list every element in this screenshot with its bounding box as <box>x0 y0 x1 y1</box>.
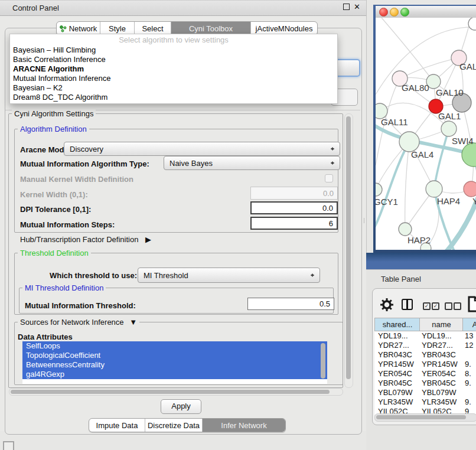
network-window-titlebar[interactable] <box>376 6 476 18</box>
table-cell: 13 <box>465 331 473 340</box>
screen: Control Panel ✕ NetworkStyleSelectCyni T… <box>0 0 476 450</box>
gear-icon[interactable] <box>380 298 393 311</box>
close-window-icon[interactable] <box>379 8 388 17</box>
expand-right-icon: ▶ <box>145 235 151 244</box>
settings-scrollbar-thumb[interactable] <box>346 116 351 379</box>
tab-discretize-data[interactable]: Discretize Data <box>145 419 203 432</box>
select-all-checks-icon[interactable]: ✓ <box>423 302 431 310</box>
table-cell: YDR27... <box>422 341 453 350</box>
which-threshold-combo[interactable]: MI Threshold <box>138 268 320 283</box>
hub-definition-expander[interactable]: Hub/Transcription Factor Definition ▶ <box>20 235 151 244</box>
data-attribute-item[interactable]: BetweennessCentrality <box>22 360 327 370</box>
table-row[interactable]: YLR345WYLR345W9. <box>374 397 476 406</box>
dropdown-items: Bayesian – Hill ClimbingBasic Correlatio… <box>10 45 337 102</box>
tab-impute-data[interactable]: Impute Data <box>89 419 145 432</box>
control-panel-titlebar[interactable]: Control Panel ✕ <box>0 0 366 16</box>
settings-hscrollbar-thumb[interactable] <box>11 390 330 394</box>
network-node[interactable] <box>399 132 419 152</box>
minimized-panel-icon[interactable] <box>3 441 14 450</box>
tab-style[interactable]: Style <box>100 22 135 35</box>
which-threshold-label: Which threshold to use: <box>50 271 137 280</box>
data-attribute-item[interactable]: TopologicalCoefficient <box>22 351 327 360</box>
mi-algorithm-type-combo[interactable]: Naive Bayes <box>164 156 340 170</box>
desktop-background <box>366 253 476 269</box>
algorithm-option-bayesian-k2[interactable]: Bayesian – K2 <box>10 83 337 93</box>
tab-infer-network[interactable]: Infer Network <box>203 419 285 432</box>
select-all-checks-icon[interactable]: ✓ <box>432 302 439 310</box>
column-header-shared-name[interactable]: shared... <box>374 318 420 331</box>
network-node[interactable] <box>468 18 476 30</box>
algorithm-option-basic-correlation-inference[interactable]: Basic Correlation Inference <box>10 55 337 64</box>
node-label: HAP4 <box>437 196 460 206</box>
attributes-scrollbar-thumb[interactable] <box>321 343 325 379</box>
window-buttons: ✕ <box>343 3 360 11</box>
manual-kernel-width-label: Manual Kernel Width Definition <box>20 175 133 184</box>
apply-button[interactable]: Apply <box>161 399 201 414</box>
aracne-mode-combo[interactable]: Discovery <box>64 142 340 156</box>
network-view-window: GALGAL80GAL10GAL1GAL11SWI4GAL4GCY1HAP4YH… <box>373 5 476 253</box>
column-header-name[interactable]: name <box>419 318 464 331</box>
settings-vertical-scrollbar[interactable] <box>344 113 353 388</box>
table-row[interactable]: YER054CYER054C8. <box>374 369 476 378</box>
control-panel-title: Control Panel <box>12 4 59 12</box>
data-attributes-list[interactable]: SelfLoopsTopologicalCoefficientBetweenne… <box>22 341 327 384</box>
column-header-clipped[interactable]: A <box>462 318 476 331</box>
network-node[interactable] <box>464 181 476 197</box>
network-node[interactable] <box>462 143 476 167</box>
threshold-definition-title: Threshold Definition <box>18 249 91 257</box>
algorithm-option-aracne-algorithm[interactable]: ARACNE Algorithm <box>10 64 337 74</box>
tab-network[interactable]: Network <box>57 22 100 35</box>
network-node[interactable] <box>399 223 412 236</box>
algorithm-option-bayesian-hill-climbing[interactable]: Bayesian – Hill Climbing <box>10 45 337 55</box>
table-cell: 9. <box>465 379 471 387</box>
table-cell: YBR043C <box>422 350 456 359</box>
network-canvas[interactable]: GALGAL80GAL10GAL1GAL11SWI4GAL4GCY1HAP4YH… <box>376 18 476 250</box>
tab-jactivemnodules[interactable]: jActiveMNodules <box>251 22 317 35</box>
network-node[interactable] <box>441 121 457 136</box>
table-row[interactable]: YBL079WYBL079W <box>374 387 476 397</box>
deselect-all-icon[interactable] <box>454 302 461 310</box>
sources-group-title[interactable]: Sources for Network Inference ▼ <box>18 318 139 326</box>
table-row[interactable]: YBR043CYBR043C <box>374 350 476 359</box>
tab-label: Impute Data <box>96 421 138 430</box>
table-row[interactable]: YBR045CYBR045C9. <box>374 378 476 387</box>
new-table-icon[interactable] <box>468 296 476 312</box>
kernel-width-input[interactable]: 0.0 <box>250 187 338 200</box>
node-label: Y <box>472 196 476 206</box>
hub-definition-label: Hub/Transcription Factor Definition <box>20 235 138 244</box>
table-cell: YPR145W <box>422 360 458 369</box>
mi-steps-input[interactable]: 6 <box>250 217 338 230</box>
mi-threshold-input[interactable]: 0.5 <box>247 298 334 310</box>
zoom-window-icon[interactable] <box>400 8 409 17</box>
table-hscrollbar-thumb[interactable] <box>376 415 466 419</box>
table-row[interactable]: YDR27...YDR27...12 <box>374 340 476 350</box>
tab-cyni-toolbox[interactable]: Cyni Toolbox <box>171 22 251 35</box>
table-row[interactable]: YPR145WYPR145W9. <box>374 359 476 369</box>
table-cell: YBL079W <box>422 388 457 397</box>
close-panel-icon[interactable]: ✕ <box>354 3 360 11</box>
float-window-icon[interactable] <box>343 4 350 10</box>
dpi-tolerance-input[interactable]: 0.0 <box>250 201 338 214</box>
tab-label: jActiveMNodules <box>256 24 313 33</box>
column-layout-icon[interactable] <box>402 299 413 310</box>
table-row[interactable]: YDL19...YDL19...13 <box>374 331 476 340</box>
which-threshold-value: MI Threshold <box>144 271 188 280</box>
minimize-window-icon[interactable] <box>390 8 399 17</box>
settings-horizontal-scrollbar[interactable] <box>9 388 343 396</box>
node-label: GAL11 <box>381 117 408 127</box>
algorithm-option-mutual-information-inference[interactable]: Mutual Information Inference <box>10 74 337 83</box>
data-attribute-item[interactable]: SelfLoops <box>22 341 327 351</box>
table-cell: 9. <box>465 397 471 406</box>
tab-label: Select <box>142 24 163 33</box>
network-node[interactable] <box>426 181 442 197</box>
table-horizontal-scrollbar[interactable] <box>374 413 476 422</box>
network-node[interactable] <box>376 183 382 196</box>
data-attribute-item[interactable]: gal4RGexp <box>22 370 327 379</box>
network-edge <box>434 129 449 189</box>
mi-threshold-definition-title: MI Threshold Definition <box>22 284 106 292</box>
manual-kernel-width-checkbox[interactable] <box>325 174 333 182</box>
algorithm-option-dream8-dc-tdc-algorithm[interactable]: Dream8 DC_TDC Algorithm <box>10 93 337 102</box>
tab-select[interactable]: Select <box>135 22 171 35</box>
table-cell: YPR145W <box>378 360 414 369</box>
deselect-all-icon[interactable] <box>445 302 452 310</box>
